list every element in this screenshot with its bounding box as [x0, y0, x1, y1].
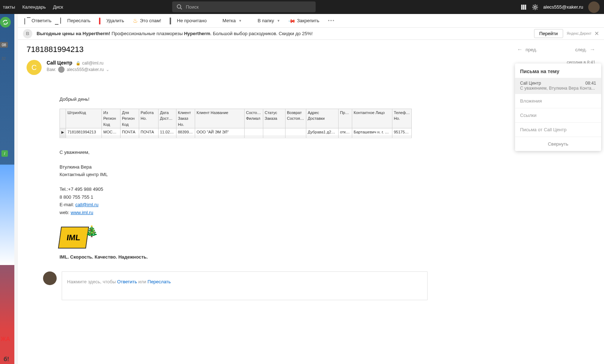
strip-label-icon[interactable]: /	[1, 150, 8, 157]
table-cell-empty	[121, 136, 139, 138]
more-button[interactable]: •••	[328, 18, 335, 23]
panel-from-sender[interactable]: Письма от Call Центр	[515, 122, 601, 137]
sender-name[interactable]: Call Центр	[47, 60, 72, 66]
thread-item-time: 08:41	[585, 81, 596, 86]
table-header: Примеча...	[339, 109, 352, 128]
table-cell	[263, 128, 286, 136]
strip-ad-banner[interactable]	[0, 165, 14, 265]
reply-area: Нажмите здесь, чтобы Ответить или Пересл…	[18, 268, 604, 311]
delete-button[interactable]: Удалить	[99, 18, 124, 23]
sig-email-link[interactable]: call@iml.ru	[75, 202, 98, 207]
panel-collapse[interactable]: Свернуть	[515, 137, 601, 151]
reply-box[interactable]: Нажмите здесь, чтобы Ответить или Пересл…	[62, 271, 428, 300]
reply-button[interactable]: Ответить	[24, 18, 52, 23]
thread-panel: Письма на тему Call Центр 08:41 С уважен…	[515, 63, 601, 151]
pin-button[interactable]: 📌Закрепить	[289, 18, 319, 24]
forward-button[interactable]: Переслать	[60, 18, 91, 23]
top-header: такты Календарь Диск alecs555@xaker.ru	[0, 0, 604, 14]
table-header: Статус Заказа	[263, 109, 286, 128]
strip-count-1: 08	[0, 42, 8, 48]
table-header: Адрес Доставки	[306, 109, 339, 128]
sender-avatar: C	[27, 60, 42, 75]
table-cell	[245, 128, 263, 136]
table-header: Состояние Филиал	[245, 109, 263, 128]
table-cell: 7181881994213	[66, 128, 102, 136]
table-cell: 11.02.20	[159, 128, 176, 136]
user-email[interactable]: alecs555@xaker.ru	[543, 4, 583, 10]
ad-source: Яндекс.Директ	[567, 32, 591, 36]
svg-line-1	[180, 8, 182, 9]
ad-body2: . Большой выбор расходников. Скидки до 2…	[210, 31, 312, 36]
spam-button[interactable]: ♨Это спам!	[133, 17, 161, 24]
table-cell: ПОЧТА	[139, 128, 159, 136]
thread-item-preview: С уважением, Втулкина Вера Конта...	[520, 86, 596, 91]
left-strip: 08 32 / ЖА б!	[0, 14, 14, 364]
unread-button[interactable]: Не прочитано	[170, 18, 207, 23]
expand-recipients-icon[interactable]: ⌄	[106, 67, 109, 72]
logo-block: IML 🎄 IML. Скорость. Качество. Надежност…	[60, 227, 595, 261]
strip-ad-rub: б!	[4, 356, 9, 363]
ad-text[interactable]: Выгодные цены на Hypertherm! Профессиона…	[37, 31, 534, 36]
prev-label[interactable]: пред.	[525, 47, 537, 52]
svg-rect-3	[523, 5, 524, 10]
nav-disk[interactable]: Диск	[53, 4, 63, 10]
table-cell: 9517514138	[392, 128, 412, 136]
main-panel: Ответить Переслать Удалить ♨Это спам! Не…	[18, 14, 604, 364]
prev-arrow-icon[interactable]: ←	[517, 46, 523, 53]
table-cell-empty	[339, 136, 352, 138]
table-cell-empty	[139, 136, 159, 138]
sig-web-row: web: www.iml.ru	[60, 209, 595, 216]
theme-icon[interactable]	[520, 4, 527, 10]
row-marker-header	[60, 109, 66, 128]
recipient-row: Вам: alecs555@xaker.ru ⌄	[47, 66, 567, 73]
reply-pre: Нажмите здесь, чтобы	[67, 279, 117, 284]
recipient-email[interactable]: alecs555@xaker.ru	[67, 67, 104, 72]
search-container[interactable]	[172, 1, 316, 12]
unread-label: Не прочитано	[177, 18, 207, 23]
table-cell-empty	[245, 136, 263, 138]
nav-contacts[interactable]: такты	[3, 4, 15, 10]
table-header: Возврат Состояние	[286, 109, 306, 128]
slogan: IML. Скорость. Качество. Надежность.	[60, 254, 595, 261]
tag-button[interactable]: Метка▼	[215, 18, 242, 23]
chevron-down-icon: ▼	[239, 19, 242, 23]
sig-web-link[interactable]: www.iml.ru	[71, 210, 93, 215]
thread-item[interactable]: Call Центр 08:41 С уважением, Втулкина В…	[515, 78, 601, 94]
ad-brand: Hypertherm	[184, 31, 210, 36]
sender-email[interactable]: call@iml.ru	[82, 61, 104, 66]
refresh-button[interactable]	[0, 17, 11, 28]
panel-attachments[interactable]: Вложения	[515, 94, 601, 108]
message-subject: 7181881994213	[27, 45, 84, 54]
reply-mid: или	[137, 279, 147, 284]
ad-body1: Профессиональные плазморезы	[110, 31, 184, 36]
message-nav: ← пред. след. →	[517, 46, 595, 53]
nav-calendar[interactable]: Календарь	[22, 4, 46, 10]
sig-name: Втулкина Вера	[60, 164, 595, 171]
svg-point-5	[534, 6, 536, 8]
ad-go-button[interactable]: Перейти	[534, 29, 563, 38]
tag-icon	[215, 18, 220, 23]
next-label[interactable]: след.	[575, 47, 587, 52]
svg-rect-2	[521, 5, 523, 10]
table-cell-empty	[352, 136, 392, 138]
table-cell-empty	[195, 136, 245, 138]
sender-info: Call Центр 🔒 call@iml.ru Вам: alecs555@x…	[47, 60, 567, 73]
forward-action[interactable]: Переслать	[147, 279, 171, 284]
sig-tel: Tel.:+7 495 988 4905	[60, 186, 595, 193]
row-marker-empty	[60, 136, 66, 138]
table-header: Дата Доставки	[159, 109, 176, 128]
reply-action[interactable]: Ответить	[117, 279, 137, 284]
panel-links[interactable]: Ссылки	[515, 108, 601, 122]
table-header: Из Регион Код	[102, 109, 121, 128]
lock-icon: 🔒	[76, 61, 81, 65]
folder-button[interactable]: В папку▼	[250, 18, 280, 23]
user-avatar[interactable]	[588, 1, 600, 13]
ad-close-icon[interactable]: ✕	[594, 30, 599, 37]
next-arrow-icon[interactable]: →	[590, 46, 595, 53]
folder-label: В папку	[258, 18, 274, 23]
delete-label: Удалить	[106, 18, 124, 23]
search-input[interactable]	[186, 4, 311, 10]
settings-icon[interactable]	[532, 4, 538, 10]
table-header: Клиент Заказ Но.	[176, 109, 195, 128]
spam-label: Это спам!	[140, 18, 161, 23]
